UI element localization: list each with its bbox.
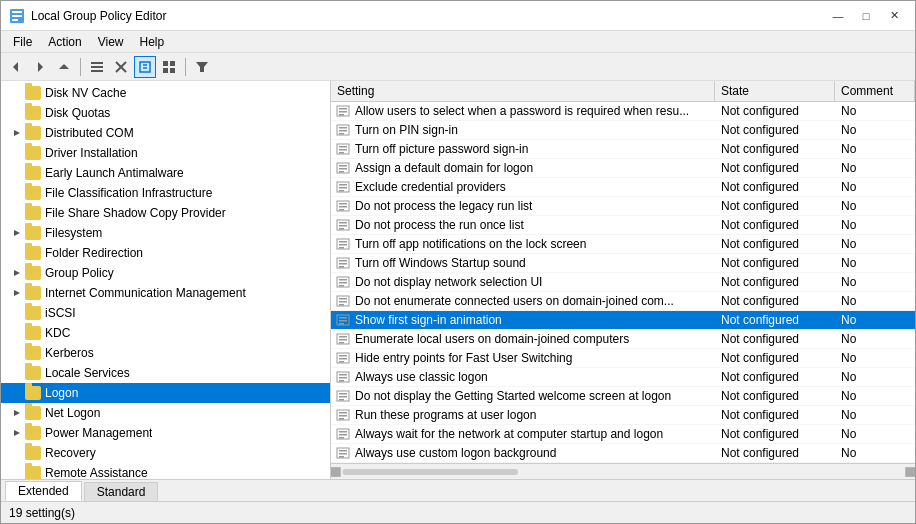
up-button[interactable] [53,56,75,78]
back-button[interactable] [5,56,27,78]
properties-button[interactable] [134,56,156,78]
svg-marker-24 [14,410,20,416]
menu-action[interactable]: Action [40,33,89,50]
state-cell: Not configured [715,427,835,441]
tree-item[interactable]: Disk NV Cache [1,83,330,103]
list-row[interactable]: Turn off app notifications on the lock s… [331,235,915,254]
list-row[interactable]: Do not display the Getting Started welco… [331,387,915,406]
filter-button[interactable] [191,56,213,78]
close-button[interactable]: ✕ [881,6,907,26]
setting-cell: Run these programs at user logon [351,408,715,422]
tree-item[interactable]: Locale Services [1,363,330,383]
list-view[interactable]: Setting State Comment Allow users to sel… [331,81,915,463]
tree-item[interactable]: Internet Communication Management [1,283,330,303]
app-icon [9,8,25,24]
list-row[interactable]: Turn off picture password sign-inNot con… [331,140,915,159]
list-row[interactable]: Do not process the run once listNot conf… [331,216,915,235]
policy-icon [336,409,350,421]
view-icon [162,60,176,74]
policy-icon [336,143,350,155]
setting-cell: Do not display network selection UI [351,275,715,289]
tree-item[interactable]: Kerberos [1,343,330,363]
list-row[interactable]: Do not enumerate connected users on doma… [331,292,915,311]
tree-item[interactable]: File Share Shadow Copy Provider [1,203,330,223]
state-cell: Not configured [715,275,835,289]
column-header-state[interactable]: State [715,81,835,101]
forward-button[interactable] [29,56,51,78]
menu-view[interactable]: View [90,33,132,50]
list-row[interactable]: Assign a default domain for logonNot con… [331,159,915,178]
tab-extended[interactable]: Extended [5,481,82,501]
list-row[interactable]: Always use custom logon backgroundNot co… [331,444,915,463]
list-row[interactable]: Turn on PIN sign-inNot configuredNo [331,121,915,140]
window-title: Local Group Policy Editor [31,9,166,23]
svg-rect-100 [339,453,347,455]
delete-button[interactable] [110,56,132,78]
policy-row-icon [331,181,351,193]
state-cell: Not configured [715,237,835,251]
svg-rect-103 [343,469,518,475]
list-row[interactable]: Enumerate local users on domain-joined c… [331,330,915,349]
folder-icon [25,386,41,400]
tab-standard[interactable]: Standard [84,482,159,501]
comment-cell: No [835,427,915,441]
column-header-setting[interactable]: Setting [331,81,715,101]
list-row[interactable]: Do not display network selection UINot c… [331,273,915,292]
tree-item[interactable]: Disk Quotas [1,103,330,123]
show-hide-button[interactable] [86,56,108,78]
tree-item[interactable]: KDC [1,323,330,343]
list-row[interactable]: Always use classic logonNot configuredNo [331,368,915,387]
comment-cell: No [835,142,915,156]
menu-file[interactable]: File [5,33,40,50]
tree-item[interactable]: Remote Assistance [1,463,330,479]
folder-icon [25,166,41,180]
tree-item[interactable]: File Classification Infrastructure [1,183,330,203]
svg-rect-36 [339,149,347,151]
policy-row-icon [331,352,351,364]
tree-item[interactable]: Recovery [1,443,330,463]
maximize-button[interactable]: □ [853,6,879,26]
svg-rect-80 [339,358,347,360]
column-header-comment[interactable]: Comment [835,81,915,101]
horizontal-scrollbar[interactable] [331,463,915,479]
comment-cell: No [835,199,915,213]
right-panel: Setting State Comment Allow users to sel… [331,81,915,479]
list-row[interactable]: Always wait for the network at computer … [331,425,915,444]
tree-item[interactable]: Early Launch Antimalware [1,163,330,183]
tree-toggle-icon [9,85,25,101]
setting-cell: Turn off app notifications on the lock s… [351,237,715,251]
minimize-button[interactable]: — [825,6,851,26]
list-row[interactable]: Hide entry points for Fast User Switchin… [331,349,915,368]
menu-help[interactable]: Help [132,33,173,50]
tree-item[interactable]: Folder Redirection [1,243,330,263]
view-button[interactable] [158,56,180,78]
tree-item[interactable]: Net Logon [1,403,330,423]
tree-item[interactable]: Filesystem [1,223,330,243]
state-cell: Not configured [715,142,835,156]
svg-rect-63 [339,279,347,281]
folder-icon [25,346,41,360]
list-row[interactable]: Do not process the legacy run listNot co… [331,197,915,216]
svg-rect-44 [339,187,347,189]
list-row[interactable]: Run these programs at user logonNot conf… [331,406,915,425]
list-row[interactable]: Allow users to select when a password is… [331,102,915,121]
svg-rect-95 [339,431,347,433]
tree-item[interactable]: Power Management [1,423,330,443]
tree-item[interactable]: Logon [1,383,330,403]
svg-rect-76 [339,339,347,341]
tree-item[interactable]: Distributed COM [1,123,330,143]
folder-icon [25,306,41,320]
list-row[interactable]: Show first sign-in animationNot configur… [331,311,915,330]
list-row[interactable]: Exclude credential providersNot configur… [331,178,915,197]
svg-rect-85 [339,380,344,382]
tree-toggle-icon [9,245,25,261]
list-row[interactable]: Turn off Windows Startup soundNot config… [331,254,915,273]
state-cell: Not configured [715,389,835,403]
setting-cell: Always wait for the network at computer … [351,427,715,441]
tree-item[interactable]: iSCSI [1,303,330,323]
tree-view[interactable]: Disk NV CacheDisk QuotasDistributed COMD… [1,81,330,479]
title-bar: Local Group Policy Editor — □ ✕ [1,1,915,31]
tree-item[interactable]: Driver Installation [1,143,330,163]
tree-toggle-icon [9,365,25,381]
tree-item[interactable]: Group Policy [1,263,330,283]
